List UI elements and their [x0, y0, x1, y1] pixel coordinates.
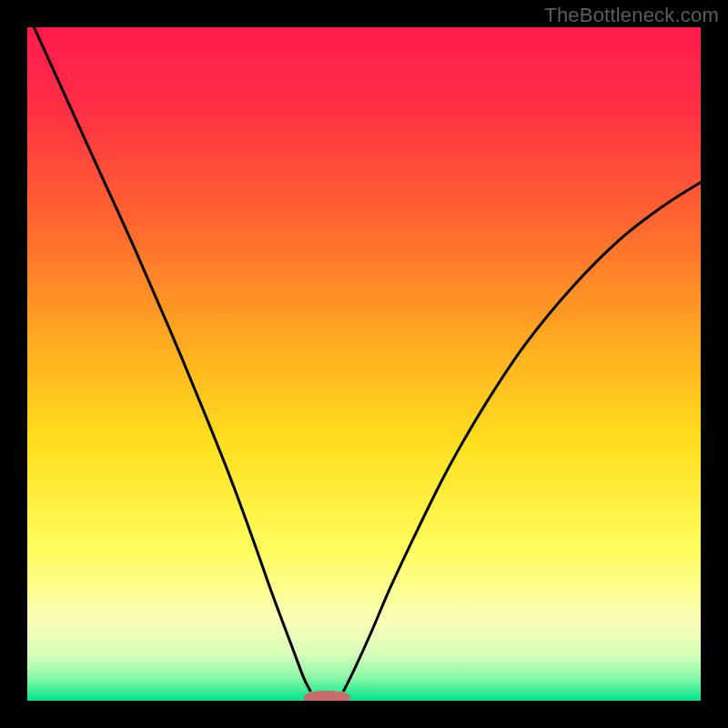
watermark-text: TheBottleneck.com — [544, 4, 719, 27]
plot-area — [27, 27, 701, 701]
gradient-background — [27, 27, 701, 701]
chart-svg — [27, 27, 701, 701]
chart-frame: TheBottleneck.com — [0, 0, 728, 728]
